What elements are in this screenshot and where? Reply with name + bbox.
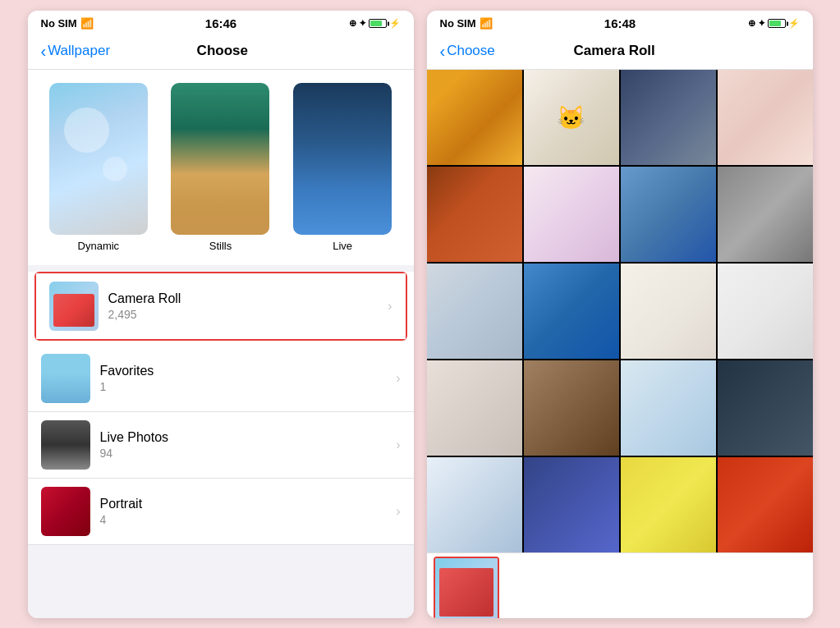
live-photos-count: 94 [100,447,387,460]
camera-roll-thumb [49,282,99,331]
favorites-thumb [41,354,90,403]
dynamic-category[interactable]: Dynamic [41,83,157,252]
photo-17[interactable] [427,457,522,552]
photo-16[interactable] [718,360,813,456]
right-back-arrow-icon: ‹ [440,42,446,61]
wallpaper-grid: Dynamic Stills Live [28,70,414,265]
favorites-item[interactable]: Favorites 1 › [28,346,414,412]
photo-7[interactable] [621,167,716,262]
favorites-count: 1 [100,380,387,393]
right-status-left: No SIM 📶 [440,17,493,30]
live-photos-item[interactable]: Live Photos 94 › [28,412,414,479]
camera-roll-count: 2,495 [108,308,379,321]
photo-5[interactable] [427,167,522,262]
portrait-chevron: › [396,504,400,519]
stills-category[interactable]: Stills [163,83,278,252]
portrait-name: Portrait [100,497,387,511]
bluetooth-icon: ⊕ [349,18,356,29]
photo-20[interactable] [718,457,813,552]
left-status-bar: No SIM 📶 16:46 ⊕ ✦ ⚡ [28,11,414,37]
favorites-chevron: › [396,371,400,386]
choose-content: Dynamic Stills Live Camera Roll 2,495 [28,70,414,618]
charging-icon: ⚡ [389,18,401,29]
live-photos-thumb [41,420,90,470]
camera-roll-info: Camera Roll 2,495 [99,291,388,321]
live-photos-info: Live Photos 94 [90,430,397,460]
photo-10[interactable] [524,264,619,359]
album-section: Camera Roll 2,495 › Favorites 1 › [28,272,414,545]
photo-11[interactable] [621,264,716,359]
right-bluetooth-icon: ⊕ [748,18,755,29]
right-wifi-icon: 📶 [480,17,493,30]
stills-label: Stills [209,240,232,252]
photo-grid [427,70,813,552]
photo-8[interactable] [718,167,813,262]
left-page-title: Choose [197,43,248,59]
right-nav-bar: ‹ Choose Camera Roll [427,37,813,70]
camera-roll-chevron: › [388,299,392,314]
signal-icon: ✦ [359,18,366,29]
back-arrow-icon: ‹ [41,42,47,61]
photo-15[interactable] [621,360,716,456]
photo-14[interactable] [524,360,619,456]
photo-19[interactable] [621,457,716,552]
live-thumb [293,83,392,235]
right-charging-icon: ⚡ [788,18,800,29]
left-status-right: ⊕ ✦ ⚡ [349,18,401,29]
dynamic-label: Dynamic [78,240,120,252]
left-status-left: No SIM 📶 [41,17,94,30]
portrait-info: Portrait 4 [90,497,397,526]
selected-row [427,552,813,618]
camera-roll-name: Camera Roll [108,291,379,306]
back-button[interactable]: ‹ Wallpaper [41,42,111,61]
right-battery-icon [768,19,786,28]
portrait-thumb [41,487,90,536]
photo-12[interactable] [718,264,813,359]
no-sim-label: No SIM [41,17,77,30]
portrait-item[interactable]: Portrait 4 › [28,479,414,545]
stills-thumb [171,83,269,235]
favorites-name: Favorites [100,364,387,378]
photo-3[interactable] [621,70,716,165]
left-nav-bar: ‹ Wallpaper Choose [28,37,414,70]
camera-roll-item[interactable]: Camera Roll 2,495 › [34,272,407,341]
right-status-right: ⊕ ✦ ⚡ [748,18,800,29]
right-back-button[interactable]: ‹ Choose [440,42,495,61]
photo-9[interactable] [427,264,522,359]
right-phone: No SIM 📶 16:48 ⊕ ✦ ⚡ ‹ Choose Camera Rol… [427,11,813,618]
right-page-title: Camera Roll [574,43,655,59]
photo-2[interactable] [524,70,619,165]
left-time: 16:46 [205,16,236,30]
selected-thumb-inner [435,558,498,618]
battery-icon [369,19,387,28]
photo-6[interactable] [524,167,619,262]
left-phone: No SIM 📶 16:46 ⊕ ✦ ⚡ ‹ Wallpaper Choose … [28,11,414,618]
photo-1[interactable] [427,70,522,165]
favorites-info: Favorites 1 [90,364,397,393]
right-back-label: Choose [447,43,495,59]
live-photos-chevron: › [396,438,400,452]
live-category[interactable]: Live [285,83,401,252]
right-signal-icon: ✦ [758,18,765,29]
right-status-bar: No SIM 📶 16:48 ⊕ ✦ ⚡ [427,11,813,37]
live-label: Live [333,240,352,252]
wifi-icon: 📶 [80,17,94,30]
portrait-count: 4 [100,513,387,526]
photo-4[interactable] [718,70,813,165]
back-label: Wallpaper [48,43,110,59]
selected-photo-thumb[interactable] [434,557,499,618]
photo-18[interactable] [524,457,619,552]
right-time: 16:48 [604,16,636,30]
live-photos-name: Live Photos [100,430,387,445]
dynamic-thumb [49,83,148,235]
camera-roll-content: 2,333 Photos [427,70,813,618]
right-no-sim-label: No SIM [440,17,476,30]
photo-13[interactable] [427,360,522,456]
